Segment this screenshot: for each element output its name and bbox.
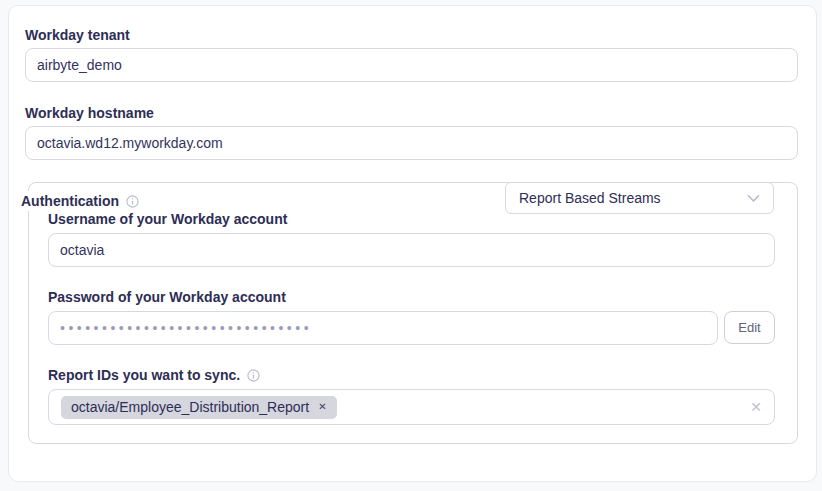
auth-method-selected-value: Report Based Streams: [519, 190, 661, 206]
report-id-tag: octavia/Employee_Distribution_Report ✕: [61, 396, 337, 419]
password-field-group: Password of your Workday account •••••••…: [48, 290, 775, 345]
password-row: •••••••••••••••••••••••••••••• Edit: [48, 311, 775, 345]
authentication-legend: Authentication: [21, 191, 148, 211]
report-id-tag-text: octavia/Employee_Distribution_Report: [71, 399, 309, 415]
connector-setup-card: Workday tenant Workday hostname Authenti…: [8, 5, 817, 482]
hostname-field-group: Workday hostname: [25, 106, 798, 160]
tenant-field-group: Workday tenant: [25, 28, 798, 82]
report-ids-field-group: Report IDs you want to sync. octavia/Emp…: [48, 368, 775, 425]
password-masked-input[interactable]: ••••••••••••••••••••••••••••••: [48, 311, 718, 345]
report-ids-tag-input[interactable]: octavia/Employee_Distribution_Report ✕ ✕: [48, 389, 775, 425]
hostname-label: Workday hostname: [25, 106, 798, 120]
chevron-down-icon: [747, 194, 760, 203]
password-label: Password of your Workday account: [48, 290, 775, 304]
authentication-card: Username of your Workday account Passwor…: [28, 182, 798, 444]
username-field-group: Username of your Workday account: [48, 212, 775, 267]
hostname-input[interactable]: [25, 126, 798, 160]
tenant-label: Workday tenant: [25, 28, 798, 42]
username-input[interactable]: [48, 233, 775, 267]
authentication-label: Authentication: [21, 194, 119, 208]
report-ids-label-text: Report IDs you want to sync.: [48, 368, 240, 382]
tenant-input[interactable]: [25, 48, 798, 82]
authentication-section: Authentication Report Based Streams User…: [25, 182, 798, 444]
report-ids-label: Report IDs you want to sync.: [48, 368, 775, 382]
info-icon[interactable]: [126, 195, 139, 208]
tag-remove-icon[interactable]: ✕: [318, 402, 326, 412]
info-icon[interactable]: [247, 369, 260, 382]
clear-all-icon[interactable]: ✕: [750, 400, 762, 414]
auth-method-select[interactable]: Report Based Streams: [505, 182, 774, 214]
password-edit-button[interactable]: Edit: [724, 311, 775, 344]
username-label: Username of your Workday account: [48, 212, 775, 226]
